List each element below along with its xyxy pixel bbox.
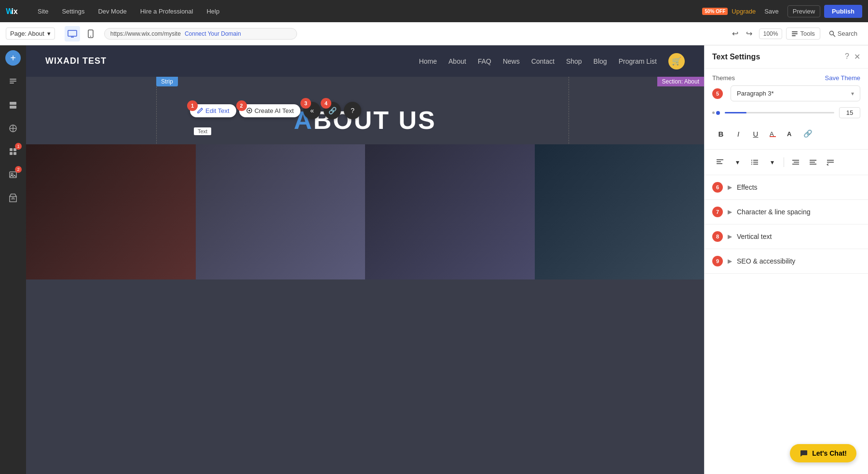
wix-logo: W ix bbox=[6, 6, 23, 16]
char-spacing-section[interactable]: 7 ▶ Character & line spacing bbox=[705, 200, 868, 224]
style-dropdown-left: Paragraph 3* bbox=[737, 90, 774, 97]
panel-close-icon[interactable]: ✕ bbox=[854, 52, 860, 61]
chevron-down-icon: ▾ bbox=[851, 90, 854, 97]
cart-icon[interactable]: 🛒 bbox=[668, 53, 685, 70]
nav-news[interactable]: News bbox=[503, 57, 520, 65]
save-button[interactable]: Save bbox=[760, 6, 784, 17]
svg-line-10 bbox=[833, 34, 835, 37]
toolbar-step4: 4 🔗 bbox=[324, 102, 341, 119]
publish-button[interactable]: Publish bbox=[824, 5, 862, 18]
edit-icon bbox=[197, 107, 203, 114]
mobile-view-icon[interactable] bbox=[83, 26, 98, 42]
chat-label: Let's Chat! bbox=[812, 449, 847, 457]
highlight-button[interactable]: A bbox=[782, 125, 799, 142]
align-separator bbox=[784, 157, 784, 167]
link-format-button[interactable]: 🔗 bbox=[799, 125, 816, 142]
list-expand-button[interactable]: ▾ bbox=[764, 154, 780, 170]
nav-blog[interactable]: Blog bbox=[594, 57, 607, 65]
nav-about[interactable]: About bbox=[448, 57, 466, 65]
toolbar-step1: 1 Edit Text bbox=[190, 104, 236, 117]
svg-point-34 bbox=[751, 164, 752, 165]
photo-panel-1 bbox=[26, 144, 196, 279]
vertical-text-label: Vertical text bbox=[737, 233, 860, 240]
nav-shop[interactable]: Shop bbox=[566, 57, 582, 65]
photo-strip bbox=[26, 144, 704, 279]
nav-programlist[interactable]: Program List bbox=[619, 57, 657, 65]
page-selector[interactable]: Page: About ▾ bbox=[6, 28, 55, 40]
nav-contact[interactable]: Contact bbox=[531, 57, 555, 65]
align-expand-button[interactable]: ▾ bbox=[730, 154, 745, 170]
seo-section[interactable]: 9 ▶ SEO & accessibility bbox=[705, 249, 868, 274]
text-color-button[interactable]: A bbox=[764, 125, 782, 142]
second-bar: Page: About ▾ https://www.wix.com/mysite… bbox=[0, 22, 868, 45]
undo-redo-group: ↩ ↪ bbox=[729, 27, 755, 40]
font-size-input[interactable]: 15 bbox=[839, 107, 860, 118]
svg-text:ix: ix bbox=[12, 7, 18, 15]
section-label: Section: About bbox=[657, 77, 704, 86]
nav-devmode[interactable]: Dev Mode bbox=[95, 6, 129, 17]
help-button[interactable]: ? bbox=[344, 102, 361, 119]
preview-button[interactable]: Preview bbox=[787, 5, 820, 17]
effects-chevron-icon: ▶ bbox=[728, 184, 732, 191]
desktop-view-icon[interactable] bbox=[65, 26, 80, 42]
undo-button[interactable]: ↩ bbox=[729, 27, 741, 40]
svg-rect-12 bbox=[10, 81, 16, 82]
rtl-icon bbox=[827, 159, 834, 166]
strip-label: Strip bbox=[156, 77, 178, 86]
search-button[interactable]: Search bbox=[824, 28, 862, 39]
main-layout: + 1 2 WIXADI TEST Home bbox=[0, 45, 868, 474]
step-6-badge: 6 bbox=[712, 182, 723, 193]
nav-hire[interactable]: Hire a Professional bbox=[137, 6, 196, 17]
panel-header-icons: ? ✕ bbox=[845, 52, 860, 61]
indent-button[interactable] bbox=[788, 154, 803, 170]
add-element-button[interactable]: + bbox=[5, 50, 21, 66]
align-left-button[interactable] bbox=[712, 154, 728, 170]
underline-button[interactable]: U bbox=[747, 125, 764, 142]
sidebar-design-icon[interactable] bbox=[2, 118, 24, 139]
size-row: 15 bbox=[705, 107, 868, 125]
create-ai-text-button[interactable]: Create AI Text bbox=[239, 104, 300, 117]
chat-bubble[interactable]: Let's Chat! bbox=[790, 444, 856, 462]
sidebar-media-icon[interactable]: 2 bbox=[2, 164, 24, 185]
nav-site[interactable]: Site bbox=[35, 6, 51, 17]
step-2-badge: 2 bbox=[236, 100, 247, 111]
italic-button[interactable]: I bbox=[730, 125, 747, 142]
save-theme-button[interactable]: Save Theme bbox=[825, 74, 860, 82]
nav-help[interactable]: Help bbox=[203, 6, 222, 17]
sidebar-store-icon[interactable] bbox=[2, 187, 24, 209]
rtl-button[interactable] bbox=[823, 154, 838, 170]
zoom-control[interactable]: 100% bbox=[759, 28, 783, 39]
upgrade-button[interactable]: Upgrade bbox=[732, 8, 756, 15]
align-row: ▾ ▾ bbox=[705, 150, 868, 175]
bold-button[interactable]: B bbox=[712, 125, 730, 142]
sidebar-sections-icon[interactable] bbox=[2, 95, 24, 116]
nav-settings[interactable]: Settings bbox=[59, 6, 87, 17]
panel-title: Text Settings bbox=[712, 53, 760, 61]
sidebar-pages-icon[interactable] bbox=[2, 71, 24, 93]
nav-faq[interactable]: FAQ bbox=[478, 57, 491, 65]
connect-domain-link[interactable]: Connect Your Domain bbox=[185, 30, 241, 37]
list-icon bbox=[751, 159, 759, 166]
style-dropdown[interactable]: Paragraph 3* ▾ bbox=[731, 85, 860, 101]
list-button[interactable] bbox=[747, 154, 762, 170]
canvas-area: WIXADI TEST Home About FAQ News Contact … bbox=[26, 45, 704, 474]
chat-icon bbox=[800, 449, 808, 458]
outdent-button[interactable] bbox=[805, 154, 821, 170]
effects-section[interactable]: 6 ▶ Effects bbox=[705, 175, 868, 200]
svg-point-32 bbox=[751, 162, 752, 163]
sidebar-apps-icon[interactable]: 1 bbox=[2, 141, 24, 162]
themes-row: Themes Save Theme bbox=[705, 69, 868, 85]
panel-help-icon[interactable]: ? bbox=[845, 52, 849, 61]
svg-rect-8 bbox=[792, 35, 796, 36]
svg-rect-20 bbox=[14, 152, 16, 155]
font-size-slider[interactable] bbox=[725, 112, 834, 113]
dot-small bbox=[712, 112, 715, 114]
nav-home[interactable]: Home bbox=[419, 57, 437, 65]
toolbar-step2: 2 Create AI Text bbox=[239, 104, 300, 117]
vertical-text-section[interactable]: 8 ▶ Vertical text bbox=[705, 224, 868, 249]
themes-label: Themes bbox=[712, 74, 735, 82]
vertical-text-chevron-icon: ▶ bbox=[728, 233, 732, 240]
tools-button[interactable]: Tools bbox=[786, 28, 820, 40]
redo-button[interactable]: ↪ bbox=[743, 27, 755, 40]
top-bar: W ix Site Settings Dev Mode Hire a Profe… bbox=[0, 0, 868, 22]
